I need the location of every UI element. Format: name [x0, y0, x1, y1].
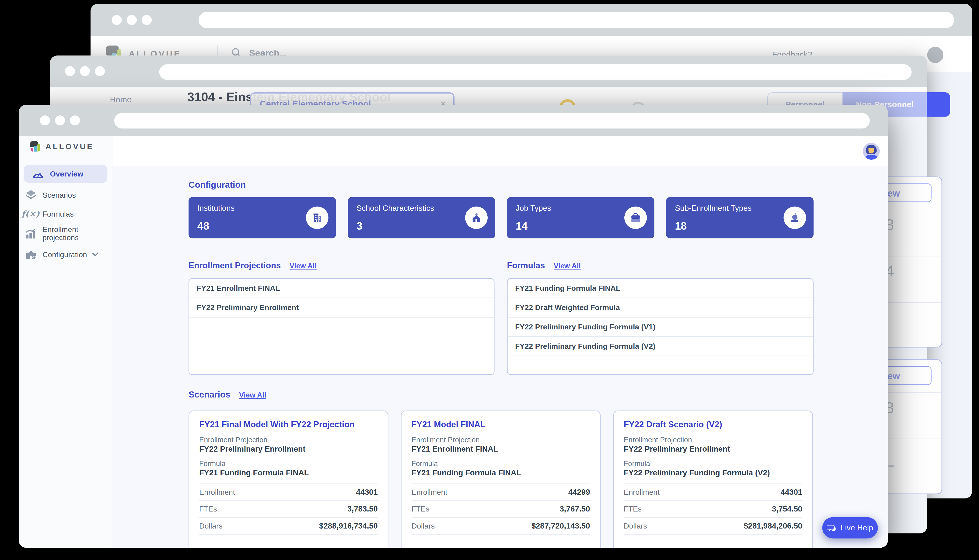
- section-title: Enrollment Projections: [189, 261, 281, 270]
- list-item[interactable]: FY21 Funding Formula FINAL: [508, 279, 813, 298]
- formula-icon: ƒ(×): [24, 209, 38, 218]
- list-item[interactable]: FY22 Preliminary Funding Formula (V2): [508, 337, 813, 356]
- window-control-dot[interactable]: [40, 115, 50, 125]
- field-value: FY22 Preliminary Enrollment: [624, 445, 802, 453]
- user-avatar[interactable]: [863, 143, 880, 160]
- front-browser-window: ALLOVUE Overview: [19, 105, 888, 548]
- window-control-dot[interactable]: [95, 66, 105, 76]
- sidebar-brand: ALLOVUE: [30, 141, 94, 152]
- brand-name: ALLOVUE: [45, 142, 94, 151]
- scenario-card[interactable]: FY22 Draft Scenario (V2) Enrollment Proj…: [613, 410, 813, 548]
- field-value: FY22 Preliminary Enrollment: [199, 445, 378, 453]
- list-item[interactable]: FY21 Enrollment FINAL: [189, 279, 494, 298]
- enrollment-projections-list: FY21 Enrollment FINAL FY22 Preliminary E…: [189, 278, 495, 375]
- allovue-logo-icon: [30, 141, 40, 152]
- gauge-icon: [31, 169, 45, 179]
- main-content: Configuration Institutions 48: [112, 167, 888, 548]
- metric-row: Dollars$281,984,206.50: [624, 518, 802, 535]
- configuration-section-header: Configuration: [189, 180, 246, 190]
- enrollment-projections-header: Enrollment Projections View All: [189, 261, 317, 270]
- list-item[interactable]: FY22 Draft Weighted Formula: [508, 298, 813, 318]
- card-dash: [889, 465, 894, 467]
- window-control-dot[interactable]: [127, 15, 137, 25]
- section-title: Scenarios: [189, 389, 230, 399]
- sidebar-item-label: Scenarios: [42, 191, 76, 199]
- stat-card-sub-enrollment-types[interactable]: Sub-Enrollment Types 18: [666, 197, 814, 238]
- sidebar-item-overview[interactable]: Overview: [24, 165, 108, 183]
- sidebar-item-scenarios[interactable]: Scenarios: [24, 190, 108, 200]
- live-help-button[interactable]: Live Help: [822, 517, 878, 538]
- stat-value: 18: [675, 220, 687, 233]
- stat-label: Sub-Enrollment Types: [675, 204, 752, 213]
- scenario-title: FY22 Draft Scenario (V2): [624, 420, 802, 429]
- metric-row: Enrollment44299: [411, 484, 590, 501]
- scenario-title: FY21 Model FINAL: [411, 420, 590, 429]
- building-icon: [306, 207, 328, 229]
- view-all-link[interactable]: View All: [554, 262, 581, 270]
- front-app-header: [19, 136, 888, 167]
- rear-url-bar[interactable]: [199, 12, 954, 28]
- window-control-dot[interactable]: [70, 115, 80, 125]
- stat-label: School Characteristics: [356, 204, 434, 213]
- sidebar: ALLOVUE Overview: [19, 136, 112, 548]
- section-title: Configuration: [189, 180, 246, 190]
- field-label: Enrollment Projection: [199, 436, 378, 444]
- sidebar-item-formulas[interactable]: ƒ(×) Formulas: [24, 209, 108, 218]
- breadcrumb[interactable]: Home: [110, 95, 132, 104]
- stat-value: 14: [516, 220, 528, 233]
- list-item[interactable]: FY22 Preliminary Enrollment: [189, 298, 494, 318]
- live-help-label: Live Help: [840, 523, 873, 532]
- window-control-dot[interactable]: [55, 115, 65, 125]
- front-url-bar[interactable]: [114, 113, 870, 128]
- rear-titlebar: [90, 4, 972, 36]
- sidebar-item-enrollment-projections[interactable]: Enrollment projections: [24, 226, 108, 242]
- middle-url-bar[interactable]: [159, 64, 912, 80]
- list-item[interactable]: FY22 Preliminary Funding Formula (V1): [508, 318, 813, 337]
- stat-card-school-characteristics[interactable]: School Characteristics 3: [348, 197, 495, 238]
- field-label: Enrollment Projection: [411, 436, 590, 444]
- field-value: FY21 Enrollment FINAL: [411, 445, 590, 453]
- metric-row: FTEs3,783.50: [199, 501, 378, 518]
- school-gear-icon: [24, 249, 38, 260]
- front-titlebar: [19, 105, 888, 136]
- scenario-card[interactable]: FY21 Final Model With FY22 Projection En…: [189, 410, 388, 548]
- rear-avatar[interactable]: [927, 47, 944, 63]
- metric-row: FTEs3,767.50: [411, 501, 590, 518]
- sidebar-item-configuration[interactable]: Configuration: [24, 249, 108, 260]
- sidebar-item-label: Configuration: [42, 250, 87, 258]
- metric-row: Enrollment44301: [199, 484, 378, 501]
- stat-label: Institutions: [197, 204, 235, 213]
- field-label: Enrollment Projection: [624, 436, 802, 444]
- stat-label: Job Types: [516, 204, 551, 213]
- sidebar-item-label: Formulas: [42, 209, 74, 218]
- formulas-header: Formulas View All: [507, 261, 581, 270]
- stat-value: 3: [356, 220, 363, 233]
- window-control-dot[interactable]: [112, 15, 122, 25]
- layers-icon: [24, 190, 38, 200]
- scenario-card[interactable]: FY21 Model FINAL Enrollment Projection F…: [401, 410, 601, 548]
- formulas-list: FY21 Funding Formula FINAL FY22 Draft We…: [507, 278, 814, 375]
- middle-titlebar: [50, 55, 927, 87]
- chevron-down-icon: [92, 252, 99, 257]
- scenarios-header: Scenarios View All: [189, 389, 266, 399]
- stat-card-institutions[interactable]: Institutions 48: [189, 197, 336, 238]
- field-label: Formula: [624, 460, 802, 467]
- window-control-dot[interactable]: [142, 15, 152, 25]
- stat-card-job-types[interactable]: Job Types 14: [507, 197, 655, 238]
- sidebar-item-label: Overview: [50, 170, 83, 178]
- window-control-dot[interactable]: [65, 66, 75, 76]
- window-control-dot[interactable]: [80, 66, 90, 76]
- schoolhouse-icon: [465, 207, 488, 229]
- stat-value: 48: [197, 220, 209, 233]
- view-all-link[interactable]: View All: [289, 262, 317, 270]
- metric-row: FTEs3,754.50: [624, 501, 802, 518]
- scenario-title: FY21 Final Model With FY22 Projection: [199, 420, 378, 429]
- apple-icon: [784, 207, 806, 229]
- metric-row: Enrollment44301: [624, 484, 802, 501]
- section-title: Formulas: [507, 261, 545, 270]
- view-all-link[interactable]: View All: [239, 391, 266, 399]
- field-value: FY22 Preliminary Funding Formula (V2): [624, 468, 802, 477]
- metric-row: Dollars$287,720,143.50: [411, 518, 590, 535]
- metric-row: Dollars$288,916,734.50: [199, 518, 378, 535]
- field-value: FY21 Funding Formula FINAL: [411, 468, 590, 477]
